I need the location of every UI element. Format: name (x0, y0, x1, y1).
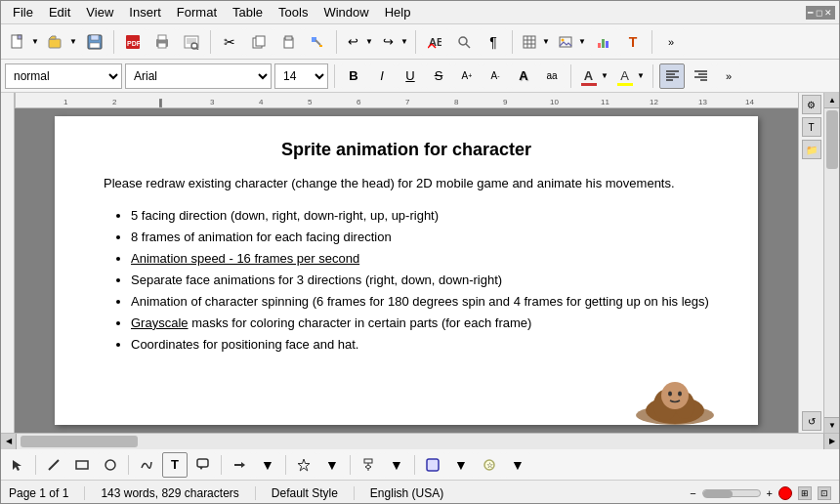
status-zoom-out[interactable]: − (690, 487, 695, 499)
draw-flowchart-button[interactable] (356, 452, 381, 478)
draw-stars-button[interactable] (291, 452, 316, 478)
scroll-thumb[interactable] (826, 110, 838, 169)
panel-btn-2[interactable]: T (802, 117, 821, 137)
menu-edit[interactable]: Edit (41, 3, 78, 21)
draw-arrows-dropdown[interactable]: ▼ (255, 452, 280, 478)
shadow-button[interactable]: A (511, 63, 536, 89)
window-controls[interactable]: ━ ◻ ✕ (806, 6, 835, 20)
print-button[interactable] (148, 28, 176, 56)
draw-special-2-dropdown[interactable]: ▼ (505, 452, 530, 478)
new-btn-group[interactable]: ▼ (5, 28, 41, 56)
status-view-btn-2[interactable]: ⊡ (818, 486, 831, 500)
draw-callout-button[interactable] (190, 452, 216, 478)
status-zoom-bar[interactable] (702, 489, 761, 497)
insert-image-group[interactable]: ▼ (554, 28, 588, 56)
draw-rectangle-button[interactable] (69, 452, 95, 478)
draw-flowchart-dropdown[interactable]: ▼ (384, 452, 409, 478)
italic-button[interactable]: I (369, 63, 395, 89)
draw-select-button[interactable] (5, 452, 30, 478)
find-button[interactable] (450, 28, 478, 56)
pdf-button[interactable]: PDF (119, 28, 147, 56)
insert-image-dropdown[interactable]: ▼ (576, 28, 588, 56)
menu-view[interactable]: View (78, 3, 121, 21)
caps-button[interactable]: aa (539, 63, 565, 89)
status-zoom-in[interactable]: + (767, 487, 773, 499)
draw-circle-button[interactable] (98, 452, 123, 478)
scroll-down-button[interactable]: ▼ (824, 417, 839, 433)
status-view-btn-1[interactable]: ⊞ (798, 486, 812, 500)
insert-table-group[interactable]: ▼ (518, 28, 552, 56)
format-paint-button[interactable] (304, 28, 331, 56)
insert-table-button[interactable] (518, 28, 540, 56)
draw-special-dropdown[interactable]: ▼ (448, 452, 474, 478)
redo-button[interactable]: ↪ (377, 28, 399, 56)
font-size-select[interactable]: 14 (274, 63, 328, 89)
undo-button[interactable]: ↩ (342, 28, 363, 56)
paragraph-style-select[interactable]: normal (5, 63, 122, 89)
open-btn-group[interactable]: ▼ (43, 28, 79, 56)
save-button[interactable] (81, 28, 108, 56)
align-left-button[interactable] (659, 63, 685, 89)
font-family-select[interactable]: Arial (125, 63, 272, 89)
draw-freeform-button[interactable] (134, 452, 159, 478)
font-color-button[interactable]: A (577, 63, 599, 89)
cut-button[interactable]: ✂ (216, 28, 243, 56)
draw-textbox-button[interactable]: T (162, 452, 188, 478)
draw-arrows-button[interactable] (227, 452, 252, 478)
paste-button[interactable] (274, 28, 302, 56)
menu-help[interactable]: Help (377, 3, 419, 21)
scroll-track[interactable] (824, 108, 839, 417)
align-right-button[interactable] (688, 63, 713, 89)
draw-special-2[interactable]: ☆ (477, 452, 502, 478)
document-page[interactable]: Sprite animation for character Please re… (55, 116, 758, 425)
highlight-dropdown[interactable]: ▼ (635, 63, 647, 90)
insert-chart-button[interactable] (590, 28, 617, 56)
scroll-left-button[interactable]: ◀ (1, 434, 17, 449)
draw-line-button[interactable] (41, 452, 66, 478)
hscroll-track[interactable] (17, 434, 823, 449)
font-color-dropdown[interactable]: ▼ (599, 63, 610, 90)
redo-dropdown-arrow[interactable]: ▼ (399, 28, 410, 56)
nonprinting-button[interactable]: ¶ (480, 28, 507, 56)
font-color-group[interactable]: A ▼ (577, 63, 610, 90)
redo-btn-group[interactable]: ↪ ▼ (377, 28, 410, 56)
scroll-right-button[interactable]: ▶ (823, 434, 839, 449)
menu-window[interactable]: Window (315, 3, 376, 21)
draw-special-button[interactable] (420, 452, 445, 478)
menu-format[interactable]: Format (169, 3, 225, 21)
insert-fontwork-button[interactable]: T (619, 28, 647, 56)
more-toolbar-button[interactable]: » (657, 28, 685, 56)
panel-btn-4[interactable]: ↺ (802, 411, 821, 431)
subscript-button[interactable]: A- (483, 63, 508, 89)
menu-table[interactable]: Table (225, 3, 271, 21)
insert-table-dropdown[interactable]: ▼ (540, 28, 552, 56)
menu-tools[interactable]: Tools (271, 3, 315, 21)
hscroll-thumb[interactable] (21, 436, 138, 447)
open-button[interactable] (43, 28, 67, 56)
copy-button[interactable] (245, 28, 273, 56)
horizontal-scrollbar[interactable]: ◀ ▶ (1, 433, 839, 448)
open-dropdown-arrow[interactable]: ▼ (67, 28, 79, 56)
highlight-color-button[interactable]: A (613, 63, 635, 89)
spellcheck-button[interactable]: ABC (421, 28, 448, 56)
undo-dropdown-arrow[interactable]: ▼ (363, 28, 375, 56)
underline-button[interactable]: U (398, 63, 423, 89)
more-formatting-button[interactable]: » (716, 63, 741, 89)
menu-insert[interactable]: Insert (121, 3, 169, 21)
panel-btn-1[interactable]: ⚙ (802, 95, 821, 114)
panel-btn-3[interactable]: 📁 (802, 140, 821, 159)
new-button[interactable] (5, 28, 29, 56)
bold-button[interactable]: B (341, 63, 366, 89)
highlight-color-group[interactable]: A ▼ (613, 63, 647, 90)
new-dropdown-arrow[interactable]: ▼ (29, 28, 41, 56)
draw-stars-dropdown[interactable]: ▼ (319, 452, 345, 478)
status-recording-btn[interactable] (778, 486, 792, 500)
insert-image-button[interactable] (554, 28, 576, 56)
vertical-scrollbar[interactable]: ▲ ▼ (823, 93, 839, 433)
strikethrough-button[interactable]: S (426, 63, 451, 89)
preview-button[interactable] (178, 28, 205, 56)
superscript-button[interactable]: A+ (454, 63, 480, 89)
menu-file[interactable]: File (5, 3, 41, 21)
scroll-up-button[interactable]: ▲ (824, 93, 839, 108)
undo-btn-group[interactable]: ↩ ▼ (342, 28, 375, 56)
